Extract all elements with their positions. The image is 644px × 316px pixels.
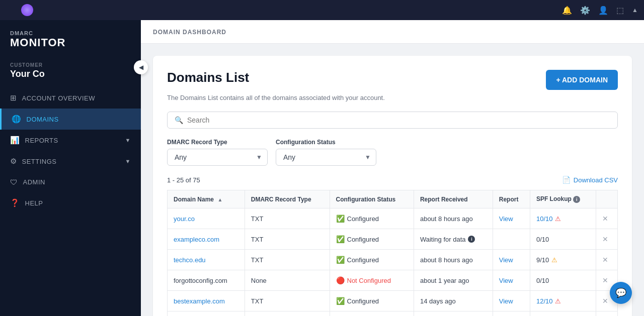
status-text-1: Configured	[347, 236, 379, 243]
brand-dmarc: DMARC	[10, 30, 131, 36]
panel-title: Domains List	[167, 70, 249, 85]
cell-domain-1: exampleco.com	[168, 229, 245, 250]
table-row: exampleco.comTXT✅ConfiguredWaiting for d…	[168, 229, 618, 250]
status-text-4: Configured	[347, 297, 379, 305]
cell-config-status-0: ✅Configured	[330, 208, 414, 229]
domain-link-4[interactable]: bestexample.com	[174, 297, 225, 305]
panel-header: Domains List + ADD DOMAIN	[167, 70, 618, 90]
cell-delete-0: ✕	[596, 208, 617, 229]
spf-value-2: 9/10⚠	[536, 256, 590, 264]
user-icon[interactable]: 👤	[598, 6, 608, 15]
sidebar-item-domains[interactable]: 🌐 DOMAINS	[0, 109, 141, 130]
status-badge-0: ✅Configured	[336, 215, 379, 223]
col-header-domain-name[interactable]: Domain Name ▲	[168, 190, 245, 208]
cell-domain-4: bestexample.com	[168, 291, 245, 311]
cell-report-3: View	[493, 270, 530, 291]
search-bar: 🔍	[167, 112, 618, 129]
col-label-report: Report	[499, 196, 519, 203]
domains-table: Domain Name ▲ DMARC Record Type Configur…	[167, 190, 618, 316]
help-icon: ❓	[10, 198, 20, 207]
cell-domain-3: forgottoconfig.com	[168, 270, 245, 291]
sidebar-item-reports[interactable]: 📊 REPORTS ▼	[0, 130, 141, 151]
cell-spf-3: 0/10	[530, 270, 596, 291]
report-link-3[interactable]: View	[499, 277, 513, 284]
table-body: your.coTXT✅Configuredabout 8 hours agoVi…	[168, 208, 618, 317]
cell-report-received-2: about 8 hours ago	[414, 250, 493, 270]
table-row: dmarcisgreat.comTXT✅Configuredabout 1 ye…	[168, 311, 618, 317]
cell-delete-2: ✕	[596, 250, 617, 270]
report-link-4[interactable]: View	[499, 297, 513, 305]
nav-label-account-overview: ACCOUNT OVERVIEW	[22, 94, 95, 102]
status-badge-1: ✅Configured	[336, 235, 379, 243]
col-label-config-status: Configuration Status	[336, 196, 396, 203]
spf-value-4: 12/10⚠	[536, 297, 590, 305]
cell-dmarc-type-3: None	[245, 270, 330, 291]
cell-spf-1: 0/10	[530, 229, 596, 250]
download-csv-button[interactable]: 📄 Download CSV	[562, 176, 618, 184]
waiting-info-icon-1[interactable]: i	[468, 236, 475, 243]
chat-fab-button[interactable]: 💬	[610, 282, 632, 304]
col-header-config-status: Configuration Status	[330, 190, 414, 208]
sidebar-brand: DMARC MONITOR	[0, 20, 141, 54]
chevron-down-icon-status: ▼	[365, 154, 371, 161]
filter-group-status: Configuration Status Any ▼	[276, 139, 376, 166]
cell-config-status-3: 🔴Not Configured	[330, 270, 414, 291]
domain-link-2[interactable]: techco.edu	[174, 256, 206, 264]
check-icon-0: ✅	[336, 215, 345, 223]
error-icon-3: 🔴	[336, 276, 345, 284]
delete-button-0[interactable]: ✕	[602, 215, 608, 223]
cell-spf-0: 10/10⚠	[530, 208, 596, 229]
table-toolbar: 1 - 25 of 75 📄 Download CSV	[167, 176, 618, 184]
filter-dmarc-label: DMARC Record Type	[167, 139, 268, 146]
sidebar-item-admin[interactable]: 🛡 ADMIN	[0, 172, 141, 192]
gear-icon[interactable]: ⚙️	[580, 6, 590, 15]
cell-report-received-3: about 1 year ago	[414, 270, 493, 291]
status-text-2: Configured	[347, 256, 379, 264]
delete-button-1[interactable]: ✕	[602, 235, 608, 243]
spf-text-1: 0/10	[536, 236, 549, 243]
nav-label-reports: REPORTS	[25, 137, 58, 144]
delete-button-4[interactable]: ✕	[602, 297, 608, 305]
add-domain-button[interactable]: + ADD DOMAIN	[546, 70, 618, 90]
page-header: DOMAIN DASHBOARD	[141, 20, 644, 44]
report-link-0[interactable]: View	[499, 215, 513, 223]
col-label-domain-name: Domain Name	[174, 196, 214, 203]
cell-domain-0: your.co	[168, 208, 245, 229]
table-count: 1 - 25 of 75	[167, 176, 200, 184]
delete-button-2[interactable]: ✕	[602, 256, 608, 264]
sidebar-item-settings[interactable]: ⚙ SETTINGS ▼	[0, 151, 141, 172]
cell-report-0: View	[493, 208, 530, 229]
sidebar-item-help[interactable]: ❓ HELP	[0, 192, 141, 214]
cell-report-1	[493, 229, 530, 250]
table-row: bestexample.comTXT✅Configured14 days ago…	[168, 291, 618, 311]
customer-name: Your Co	[0, 69, 141, 87]
sidebar-item-account-overview[interactable]: ⊞ ACCOUNT OVERVIEW	[0, 87, 141, 109]
logout-icon[interactable]: ⬚	[616, 6, 624, 15]
report-link-2[interactable]: View	[499, 256, 513, 264]
cell-spf-5: 1/10	[530, 311, 596, 317]
col-header-report-received: Report Received	[414, 190, 493, 208]
filter-status-select[interactable]: Any ▼	[276, 149, 376, 166]
chevron-up-icon[interactable]: ▲	[632, 7, 638, 14]
cell-delete-1: ✕	[596, 229, 617, 250]
check-icon-1: ✅	[336, 235, 345, 243]
col-header-actions	[596, 190, 617, 208]
col-header-spf-lookup: SPF Lookup i	[530, 190, 596, 208]
sidebar-collapse-button[interactable]: ◀	[134, 60, 148, 74]
waiting-info-1: Waiting for datai	[420, 236, 475, 243]
bell-icon[interactable]: 🔔	[562, 6, 572, 15]
app-logo	[21, 4, 33, 16]
spf-info-icon[interactable]: i	[573, 196, 580, 203]
domain-link-0[interactable]: your.co	[174, 215, 195, 223]
filter-dmarc-select[interactable]: Any ▼	[167, 149, 268, 166]
filter-group-dmarc: DMARC Record Type Any ▼	[167, 139, 268, 166]
table-row: forgottoconfig.comNone🔴Not Configuredabo…	[168, 270, 618, 291]
search-input[interactable]	[187, 116, 610, 124]
spf-text-4: 12/10	[536, 297, 553, 305]
domain-link-1[interactable]: exampleco.com	[174, 236, 219, 243]
nav-label-settings: SETTINGS	[22, 158, 57, 165]
waiting-text-1: Waiting for data	[420, 236, 466, 243]
sort-icon-domain-name: ▲	[217, 197, 222, 202]
cell-report-2: View	[493, 250, 530, 270]
delete-button-3[interactable]: ✕	[602, 276, 608, 284]
